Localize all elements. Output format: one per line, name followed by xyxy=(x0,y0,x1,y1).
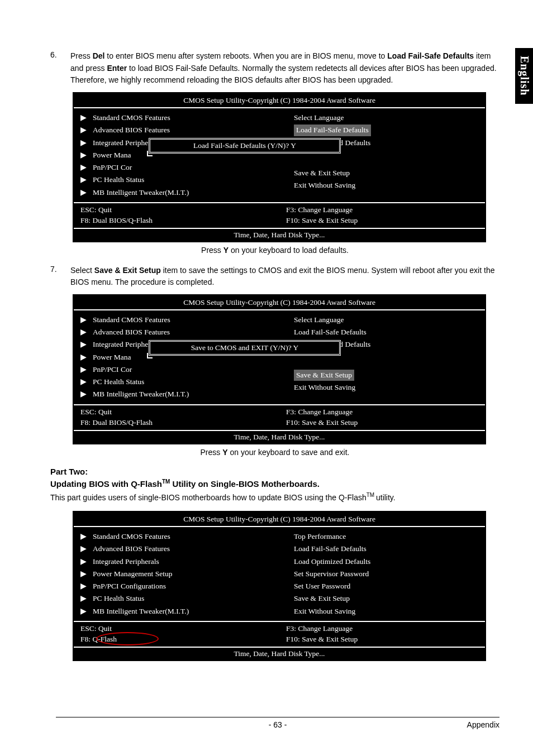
page-footer: - 63 - Appendix xyxy=(56,717,499,729)
bios-right-column: Select Language Load Fail-Safe Defaults … xyxy=(279,111,485,200)
page-content: 6. Press Del to enter BIOS menu after sy… xyxy=(0,0,533,661)
bios-screen-2: CMOS Setup Utility-Copyright (C) 1984-20… xyxy=(73,294,486,444)
confirm-dialog: Load Fail-Safe Defaults (Y/N)? Y xyxy=(149,138,341,154)
bios-left-column: ▶Standard CMOS Features ▶Advanced BIOS F… xyxy=(74,529,279,619)
bios-help: Time, Date, Hard Disk Type... xyxy=(74,430,485,443)
bios-screen-1: CMOS Setup Utility-Copyright (C) 1984-20… xyxy=(73,92,486,242)
highlighted-item: Save & Exit Setup xyxy=(294,370,354,381)
step-number: 6. xyxy=(50,50,70,87)
step-number: 7. xyxy=(50,265,70,289)
part-two-subheading: Updating BIOS with Q-FlashTM Utility on … xyxy=(50,479,499,489)
caption-1: Press Y on your keyboard to load default… xyxy=(50,246,499,255)
bios-title: CMOS Setup Utility-Copyright (C) 1984-20… xyxy=(74,93,485,108)
highlighted-item: Load Fail-Safe Defaults xyxy=(294,125,371,136)
step-7: 7. Select Save & Exit Setup item to save… xyxy=(50,265,499,289)
bios-help: Time, Date, Hard Disk Type... xyxy=(74,228,485,241)
bios-help: Time, Date, Hard Disk Type... xyxy=(74,647,485,660)
bios-title: CMOS Setup Utility-Copyright (C) 1984-20… xyxy=(74,512,485,527)
bios-left-column: ▶Standard CMOS Features ▶Advanced BIOS F… xyxy=(74,313,279,402)
step-body: Select Save & Exit Setup item to save th… xyxy=(70,265,499,289)
page-number: - 63 - xyxy=(56,720,499,729)
bios-right-column: Top Performance Load Fail-Safe Defaults … xyxy=(279,529,485,619)
caption-2: Press Y on your keyboard to save and exi… xyxy=(50,448,499,457)
step-6: 6. Press Del to enter BIOS menu after sy… xyxy=(50,50,499,87)
part-two-heading: Part Two: xyxy=(50,467,499,476)
bios-right-column: Select Language Load Fail-Safe Defaults … xyxy=(279,313,485,402)
part-two-desc: This part guides users of single-BIOS mo… xyxy=(50,491,499,504)
bios-screen-3: CMOS Setup Utility-Copyright (C) 1984-20… xyxy=(73,511,486,661)
language-tab: English xyxy=(515,48,533,104)
language-tab-label: English xyxy=(518,56,531,95)
step-body: Press Del to enter BIOS menu after syste… xyxy=(70,50,499,87)
confirm-dialog: Save to CMOS and EXIT (Y/N)? Y xyxy=(149,340,341,356)
bios-left-column: ▶Standard CMOS Features ▶Advanced BIOS F… xyxy=(74,111,279,200)
bios-title: CMOS Setup Utility-Copyright (C) 1984-20… xyxy=(74,295,485,310)
